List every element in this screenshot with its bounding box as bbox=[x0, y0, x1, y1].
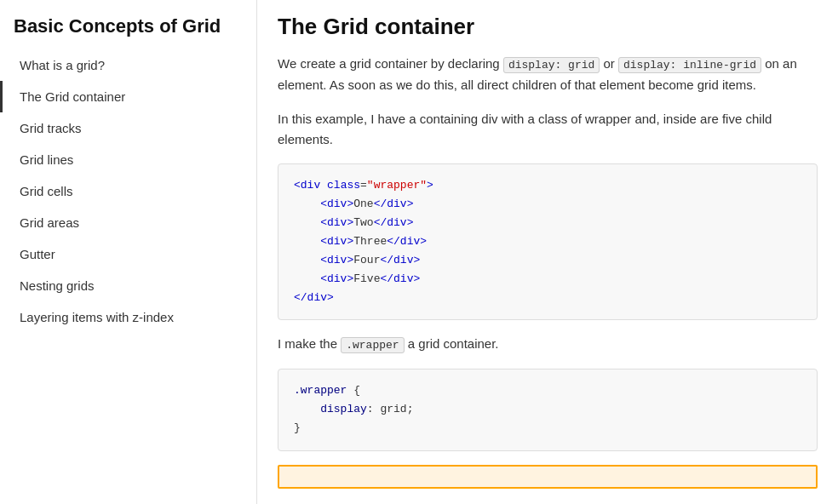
sidebar-item-what-is-grid[interactable]: What is a grid? bbox=[0, 49, 256, 81]
sidebar-item-layering-items[interactable]: Layering items with z-index bbox=[0, 301, 256, 333]
inline-paragraph: I make the .wrapper a grid container. bbox=[278, 334, 818, 355]
inline-code-wrapper: .wrapper bbox=[341, 337, 404, 353]
sidebar-item-grid-cells[interactable]: Grid cells bbox=[0, 175, 256, 207]
demo-box bbox=[278, 465, 818, 489]
sidebar-item-label: Grid lines bbox=[20, 152, 73, 167]
intro-paragraph: We create a grid container by declaring … bbox=[278, 54, 818, 95]
sidebar: Basic Concepts of Grid What is a grid? T… bbox=[0, 0, 257, 504]
sidebar-item-label: What is a grid? bbox=[20, 58, 105, 72]
sidebar-item-gutter[interactable]: Gutter bbox=[0, 238, 256, 270]
sidebar-item-grid-lines[interactable]: Grid lines bbox=[0, 144, 256, 175]
sidebar-item-grid-areas[interactable]: Grid areas bbox=[0, 207, 256, 238]
para1-prefix: We create a grid container by declaring bbox=[278, 56, 503, 71]
sidebar-item-nesting-grids[interactable]: Nesting grids bbox=[0, 270, 256, 301]
code-block-css: .wrapper { display: grid; } bbox=[278, 369, 818, 450]
code-display-grid: display: grid bbox=[503, 57, 600, 73]
page-title: The Grid container bbox=[278, 14, 818, 40]
sidebar-item-label: Layering items with z-index bbox=[20, 310, 174, 324]
code-block-html: <div class="wrapper"> <div>One</div> <di… bbox=[278, 163, 818, 321]
sidebar-nav[interactable]: What is a grid? The Grid container Grid … bbox=[0, 49, 256, 504]
sidebar-title: Basic Concepts of Grid bbox=[0, 0, 256, 49]
sidebar-item-label: Grid areas bbox=[20, 215, 79, 230]
sidebar-item-grid-container[interactable]: The Grid container bbox=[0, 81, 256, 112]
sidebar-item-label: Gutter bbox=[20, 247, 55, 261]
para1-mid: or bbox=[600, 56, 618, 71]
sidebar-item-grid-tracks[interactable]: Grid tracks bbox=[0, 112, 256, 144]
main-content: The Grid container We create a grid cont… bbox=[257, 0, 838, 504]
sidebar-item-label: Grid tracks bbox=[20, 121, 82, 135]
sidebar-item-label: Grid cells bbox=[20, 184, 73, 198]
inline-text-prefix: I make the bbox=[278, 336, 341, 351]
code-display-inline-grid: display: inline-grid bbox=[618, 57, 761, 73]
sidebar-item-label: Nesting grids bbox=[20, 278, 95, 293]
example-paragraph: In this example, I have a containing div… bbox=[278, 109, 818, 150]
inline-text-suffix: a grid container. bbox=[405, 336, 499, 351]
sidebar-item-label: The Grid container bbox=[20, 89, 125, 104]
